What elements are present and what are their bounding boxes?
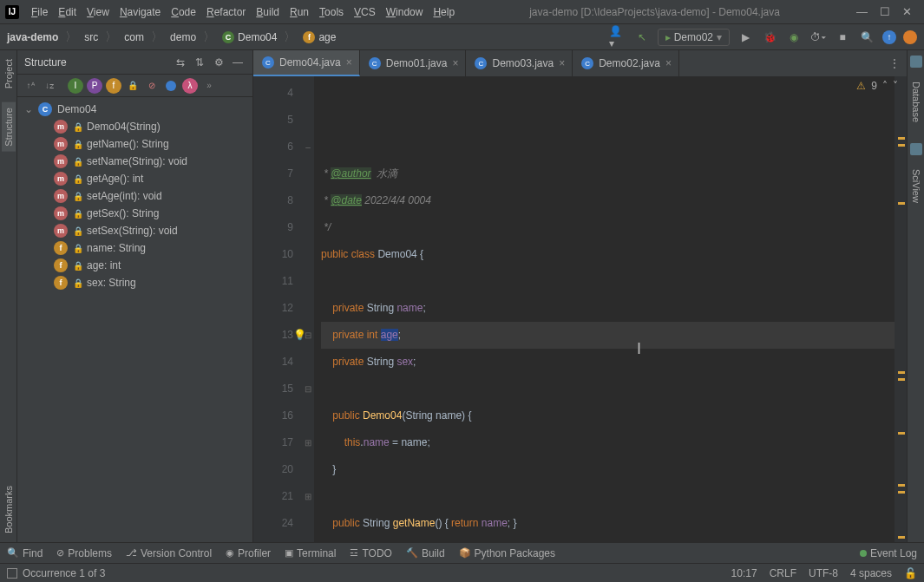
sciview-tool-tab[interactable]: SciView xyxy=(909,164,923,208)
code-line[interactable] xyxy=(321,537,895,542)
fold-marker[interactable] xyxy=(302,295,314,322)
build-tool-button[interactable]: 🔨 Build xyxy=(406,547,445,559)
close-tab-icon[interactable]: × xyxy=(346,56,352,69)
line-column-indicator[interactable]: 10:17 xyxy=(731,567,757,579)
minimize-icon[interactable]: — xyxy=(856,5,868,18)
fold-marker[interactable] xyxy=(302,80,314,107)
tool-windows-icon[interactable] xyxy=(7,568,17,579)
fold-marker[interactable] xyxy=(302,268,314,295)
structure-tool-tab[interactable]: Structure xyxy=(2,102,16,152)
close-tab-icon[interactable]: × xyxy=(559,57,565,69)
problems-tool-button[interactable]: ⊘ Problems xyxy=(56,547,112,559)
breadcrumb-item[interactable]: age xyxy=(318,31,336,43)
structure-member[interactable]: f🔒sex: String xyxy=(17,274,252,291)
tree-root[interactable]: ⌄ C Demo04 xyxy=(17,101,252,118)
show-fields-icon[interactable]: f xyxy=(106,78,121,94)
coverage-icon[interactable]: ◉ xyxy=(785,29,803,46)
menu-navigate[interactable]: Navigate xyxy=(115,6,166,18)
code-line[interactable] xyxy=(321,483,895,510)
fold-marker[interactable]: ⊞ xyxy=(302,483,314,510)
structure-member[interactable]: m🔒getSex(): String xyxy=(17,205,252,222)
maximize-icon[interactable]: ☐ xyxy=(880,5,890,18)
fold-marker[interactable] xyxy=(302,510,314,537)
run-configuration-select[interactable]: ▸ Demo02 ▾ xyxy=(658,29,730,46)
editor-tab[interactable]: CDemo02.java× xyxy=(573,50,679,76)
bookmarks-tool-tab[interactable]: Bookmarks xyxy=(2,481,16,539)
structure-member[interactable]: m🔒getName(): String xyxy=(17,135,252,153)
structure-member[interactable]: f🔒age: int xyxy=(17,257,252,274)
intention-bulb-icon[interactable]: 💡 xyxy=(293,322,306,349)
code-line[interactable]: private String name; xyxy=(321,295,895,322)
profile-icon[interactable]: ⏱▾ xyxy=(809,29,827,46)
fold-marker[interactable] xyxy=(302,160,314,187)
close-icon[interactable]: ✕ xyxy=(902,5,912,18)
fold-marker[interactable]: – xyxy=(302,134,314,160)
database-icon[interactable] xyxy=(910,56,922,68)
structure-member[interactable]: m🔒Demo04(String) xyxy=(17,118,252,135)
fold-marker[interactable] xyxy=(302,241,314,268)
menu-window[interactable]: Window xyxy=(381,6,429,18)
breadcrumb-item[interactable]: demo xyxy=(170,31,196,43)
project-tool-tab[interactable]: Project xyxy=(2,54,16,94)
search-icon[interactable]: 🔍 xyxy=(858,29,875,46)
sciview-icon[interactable] xyxy=(910,143,922,155)
menu-file[interactable]: File xyxy=(26,6,53,18)
code-editor[interactable]: ⚠ 9 ˄ ˅ 456789101112131415161720212425 –… xyxy=(253,76,907,542)
stop-icon[interactable]: ■ xyxy=(834,29,851,46)
python-packages-tool-button[interactable]: 📦 Python Packages xyxy=(459,547,555,559)
gear-icon[interactable]: ⚙ xyxy=(211,55,226,70)
profiler-tool-button[interactable]: ◉ Profiler xyxy=(226,547,271,559)
editor-tab[interactable]: CDemo03.java× xyxy=(466,50,573,76)
user-icon[interactable]: 👤▾ xyxy=(609,29,626,46)
breadcrumb-item[interactable]: java-demo xyxy=(7,31,58,43)
menu-help[interactable]: Help xyxy=(428,6,460,18)
scroll-from-icon[interactable] xyxy=(163,78,179,94)
todo-tool-button[interactable]: ☲ TODO xyxy=(350,547,391,559)
structure-tree[interactable]: ⌄ C Demo04 m🔒Demo04(String)m🔒getName(): … xyxy=(17,97,252,542)
fold-marker[interactable] xyxy=(302,187,314,214)
structure-member[interactable]: f🔒name: String xyxy=(17,239,252,257)
code-line[interactable]: 💡 private int age; xyxy=(321,322,895,349)
event-log-button[interactable]: Event Log xyxy=(860,547,917,559)
code-line[interactable] xyxy=(321,376,895,402)
back-arrow-icon[interactable]: ↖ xyxy=(633,29,651,46)
readonly-icon[interactable]: 🔓 xyxy=(904,567,917,579)
structure-member[interactable]: m🔒setAge(int): void xyxy=(17,187,252,205)
find-tool-button[interactable]: 🔍 Find xyxy=(7,547,43,559)
structure-member[interactable]: m🔒setSex(String): void xyxy=(17,222,252,239)
code-line[interactable]: * @date 2022/4/4 0004 xyxy=(321,187,895,214)
menu-vcs[interactable]: VCS xyxy=(349,6,381,18)
vcs-tool-button[interactable]: ⎇ Version Control xyxy=(126,547,212,559)
fold-marker[interactable] xyxy=(302,214,314,241)
code-line[interactable]: public class Demo04 { xyxy=(321,241,895,268)
fold-marker[interactable]: ⊞ xyxy=(302,537,314,542)
fold-marker[interactable] xyxy=(302,107,314,134)
tab-menu-icon[interactable]: ⋮ xyxy=(882,57,907,69)
code-content[interactable]: I * @author 水滴 * @date 2022/4/4 0004 */p… xyxy=(314,76,895,542)
encoding-indicator[interactable]: UTF-8 xyxy=(809,567,838,579)
sort-visibility-icon[interactable]: ↓ᴢ xyxy=(42,78,57,94)
fold-column[interactable]: –⊟⊟⊞⊞⊞ xyxy=(302,76,314,542)
database-tool-tab[interactable]: Database xyxy=(909,76,923,128)
menu-refactor[interactable]: Refactor xyxy=(201,6,251,18)
menu-code[interactable]: Code xyxy=(166,6,201,18)
code-line[interactable]: } xyxy=(321,456,895,483)
next-highlight-icon[interactable]: ˅ xyxy=(893,80,898,92)
code-line[interactable]: * @author 水滴 xyxy=(321,160,895,187)
prev-highlight-icon[interactable]: ˄ xyxy=(882,80,888,92)
menu-view[interactable]: View xyxy=(82,6,115,18)
expand-icon[interactable]: ⇆ xyxy=(173,55,188,70)
menu-build[interactable]: Build xyxy=(251,6,285,18)
collapse-icon[interactable]: ⇅ xyxy=(192,55,207,70)
breadcrumb-item[interactable]: com xyxy=(124,31,144,43)
fold-marker[interactable] xyxy=(302,402,314,429)
code-line[interactable]: public Demo04(String name) { xyxy=(321,402,895,429)
menu-tools[interactable]: Tools xyxy=(314,6,349,18)
breadcrumb[interactable]: java-demo〉src〉com〉demo〉CDemo04〉fage xyxy=(7,29,336,45)
code-line[interactable]: public String getName() { return name; } xyxy=(321,510,895,537)
sort-icon[interactable]: ↑ᴬ xyxy=(23,78,38,94)
menu-edit[interactable]: Edit xyxy=(53,6,82,18)
structure-member[interactable]: m🔒setName(String): void xyxy=(17,153,252,170)
hide-icon[interactable]: — xyxy=(230,55,246,70)
close-tab-icon[interactable]: × xyxy=(452,57,458,69)
